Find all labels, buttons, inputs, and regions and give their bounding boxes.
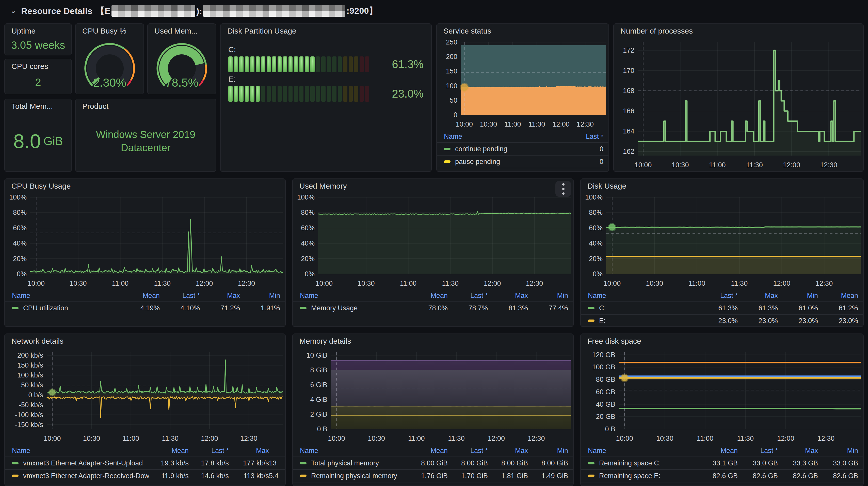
series-name[interactable]: continue pending (455, 145, 563, 153)
svg-text:100%: 100% (585, 194, 602, 201)
panel-title[interactable]: CPU Busy % (76, 24, 144, 38)
legend-col[interactable]: Max (778, 447, 818, 455)
legend-row[interactable]: vmxnet3 Ethernet Adapter-Sent-Upload19.3… (5, 457, 285, 469)
network-chart[interactable]: 10:0010:3011:0011:3012:0012:30200 kb/s15… (5, 348, 285, 445)
panel-title[interactable]: Number of processes (614, 24, 863, 38)
series-name[interactable]: C: (599, 304, 698, 312)
panel-title[interactable]: Memory details (293, 334, 573, 348)
collapse-row-icon[interactable]: ⌄ (10, 6, 17, 15)
legend-col-name[interactable]: Name (12, 292, 120, 300)
legend-row[interactable]: continue pending0 (437, 142, 609, 155)
panel-title[interactable]: Used Mem... (148, 24, 216, 38)
series-value: 8.00 GiB (408, 459, 448, 467)
series-value: 61.0% (778, 304, 818, 312)
legend-table: NameMeanLast *MaxMin Remaining space C:3… (581, 445, 863, 486)
legend-col[interactable]: Last * (448, 292, 488, 300)
legend-col[interactable]: Max (488, 447, 528, 455)
series-name[interactable]: CPU utilization (23, 304, 120, 312)
legend-row[interactable]: Memory Usage78.0%78.7%81.3%77.4% (293, 302, 573, 314)
memory-details-chart[interactable]: 10:0010:3011:0011:3012:0012:300 B2 GiB4 … (293, 348, 573, 445)
partition-bar-cell (239, 86, 244, 102)
legend-row[interactable]: Virtual memory9.25 GiB9.25 GiB9.25 GiB9.… (293, 482, 573, 486)
legend-col-name[interactable]: Name (12, 447, 149, 455)
legend-row[interactable]: pause pending0 (437, 155, 609, 168)
legend-col[interactable]: Last * (160, 292, 200, 300)
legend-col[interactable]: Mean (149, 447, 189, 455)
legend-col[interactable]: Mean (698, 447, 738, 455)
svg-text:100 kb/s: 100 kb/s (17, 371, 43, 379)
series-color-swatch (444, 148, 451, 150)
series-name[interactable]: Virtual memory (311, 485, 408, 486)
partition-bar-cell (360, 86, 364, 102)
series-name[interactable]: E: (599, 317, 698, 325)
legend-col[interactable]: Min (528, 292, 568, 300)
legend-row[interactable]: E:23.0%23.0%23.0%23.0% (581, 314, 863, 327)
series-name[interactable]: Total space C: (599, 485, 698, 486)
processes-chart[interactable]: 10:0010:3011:0011:3012:0012:301621641661… (614, 38, 863, 171)
series-name[interactable]: Remaining physical memory (311, 472, 408, 480)
legend-col[interactable]: Max (229, 447, 269, 455)
panel-title[interactable]: Network details (5, 334, 285, 348)
legend-row[interactable]: C:61.3%61.3%61.0%61.2% (581, 302, 863, 314)
cpu-busy-chart[interactable]: 10:0010:3011:0011:3012:0012:300%20%40%60… (5, 193, 285, 290)
legend-col[interactable]: Mean (408, 447, 448, 455)
series-color-swatch (588, 475, 594, 477)
row-title[interactable]: Resource Details 【E ): :9200】 (21, 5, 378, 17)
series-name[interactable]: paused (455, 171, 563, 172)
legend-col[interactable]: Min (240, 292, 280, 300)
legend-row[interactable]: Remaining physical memory1.76 GiB1.70 Gi… (293, 469, 573, 482)
series-value: 61.3% (698, 304, 738, 312)
partition-bar-cell (338, 56, 342, 72)
series-name[interactable]: Remaining space C: (599, 459, 698, 467)
legend-col[interactable]: Mean (408, 292, 448, 300)
legend-col[interactable]: Mean (120, 292, 160, 300)
panel-title[interactable]: Disk Partition Usage (221, 24, 431, 38)
legend-col[interactable]: Max (200, 292, 240, 300)
legend-row[interactable]: CPU utilization4.19%4.10%71.2%1.91% (5, 302, 285, 314)
series-name[interactable]: pause pending (455, 158, 563, 166)
legend-col[interactable]: Last * (448, 447, 488, 455)
panel-title[interactable]: CPU cores (5, 59, 71, 74)
series-name[interactable]: vmxnet3 Ethernet Adapter-Sent-Upload (23, 459, 149, 467)
series-name[interactable]: Total physical memory (311, 459, 408, 467)
legend-col[interactable]: Last * (563, 133, 603, 141)
legend-col[interactable]: Last * (738, 447, 778, 455)
legend-col[interactable]: Min (528, 447, 568, 455)
legend-col[interactable]: Max (488, 292, 528, 300)
series-name[interactable]: Remaining space E: (599, 472, 698, 480)
partition-bar (228, 56, 369, 72)
legend-row[interactable]: Total physical memory8.00 GiB8.00 GiB8.0… (293, 457, 573, 469)
disk-usage-chart[interactable]: 10:0010:3011:0011:3012:0012:300%20%40%60… (581, 193, 863, 290)
legend-col-name[interactable]: Name (300, 292, 408, 300)
panel-title[interactable]: Product (76, 99, 216, 113)
legend-col[interactable]: Min (818, 447, 858, 455)
used-memory-chart[interactable]: 10:0010:3011:0011:3012:0012:300%20%40%60… (293, 193, 573, 290)
legend-row[interactable]: Remaining space C:33.1 GB33.0 GB33.3 GB3… (581, 457, 863, 469)
service-status-chart[interactable]: 10:0010:3011:0011:3012:0012:300501001502… (437, 38, 609, 131)
legend-col[interactable]: Min (778, 292, 818, 300)
partition-bar-cell (360, 56, 364, 72)
panel-title[interactable]: Used Memory (293, 179, 573, 193)
legend-col-name[interactable]: Name (300, 447, 408, 455)
panel-title[interactable]: CPU Busy Usage (5, 179, 285, 193)
panel-title[interactable]: Uptime (5, 24, 71, 38)
panel-title[interactable]: Service status (437, 24, 609, 38)
legend-col[interactable]: Max (738, 292, 778, 300)
legend-col-name[interactable]: Name (444, 133, 563, 141)
legend-col-name[interactable]: Name (588, 292, 698, 300)
legend-row[interactable]: paused0 (437, 168, 609, 172)
legend-col-name[interactable]: Name (588, 447, 698, 455)
legend-col[interactable]: Mean (818, 292, 858, 300)
series-name[interactable]: vmxnet3 Ethernet Adapter-Received-Downlo… (23, 472, 149, 480)
panel-title[interactable]: Free disk space (581, 334, 863, 348)
svg-text:12:30: 12:30 (817, 435, 835, 442)
panel-title[interactable]: Total Mem... (5, 99, 71, 113)
legend-col[interactable]: Last * (698, 292, 738, 300)
legend-col[interactable]: Last * (189, 447, 229, 455)
free-disk-chart[interactable]: 10:0010:3011:0011:3012:0012:300 B20 GB40… (581, 348, 863, 445)
legend-row[interactable]: Total space C:85.3 GB85.3 GB85.3 GB85.3 … (581, 482, 863, 486)
legend-row[interactable]: vmxnet3 Ethernet Adapter-Received-Downlo… (5, 469, 285, 482)
series-name[interactable]: Memory Usage (311, 304, 408, 312)
panel-title[interactable]: Disk Usage (581, 179, 863, 193)
legend-row[interactable]: Remaining space E:82.6 GB82.6 GB82.6 GB8… (581, 469, 863, 482)
